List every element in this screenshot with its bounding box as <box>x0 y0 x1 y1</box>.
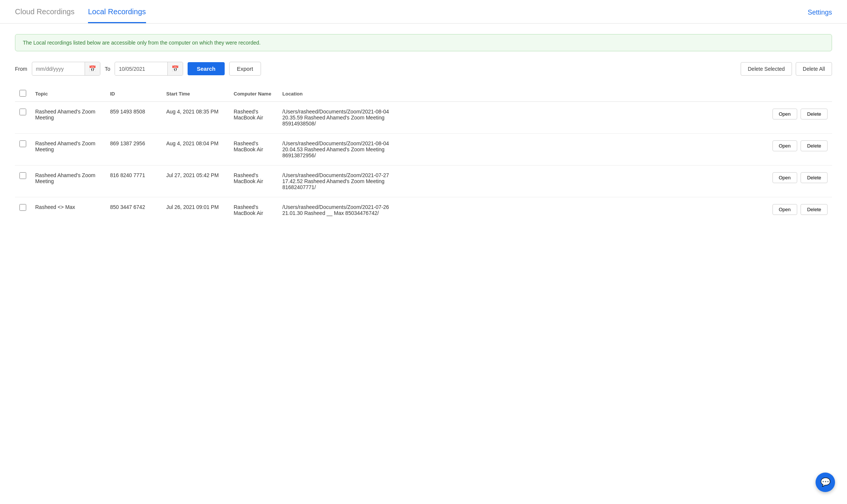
row-actions-3: Open Delete <box>405 197 832 223</box>
col-header-id: ID <box>106 86 162 102</box>
delete-button-0[interactable]: Delete <box>801 109 828 119</box>
table-row: Rasheed Ahamed's Zoom Meeting 816 8240 7… <box>15 166 832 197</box>
table-row: Rasheed Ahamed's Zoom Meeting 869 1387 2… <box>15 134 832 166</box>
col-header-topic: Topic <box>31 86 106 102</box>
row-actions-0: Open Delete <box>405 102 832 134</box>
tabs-bar: Cloud Recordings Local Recordings Settin… <box>0 0 847 24</box>
col-header-checkbox <box>15 86 31 102</box>
delete-button-2[interactable]: Delete <box>801 172 828 183</box>
col-header-start-time: Start Time <box>162 86 229 102</box>
row-checkbox-3[interactable] <box>19 204 26 211</box>
row-computer-0: Rasheed's MacBook Air <box>229 102 278 134</box>
row-starttime-1: Aug 4, 2021 08:04 PM <box>162 134 229 166</box>
row-location-1: /Users/rasheed/Documents/Zoom/2021-08-04… <box>278 134 405 166</box>
delete-all-button[interactable]: Delete All <box>796 62 832 76</box>
filter-right-actions: Delete Selected Delete All <box>741 62 832 76</box>
row-location-3: /Users/rasheed/Documents/Zoom/2021-07-26… <box>278 197 405 223</box>
open-button-1[interactable]: Open <box>772 140 797 151</box>
from-date-wrap: 📅 <box>32 62 100 76</box>
content-area: The Local recordings listed below are ac… <box>0 24 847 233</box>
tabs-left: Cloud Recordings Local Recordings <box>15 7 146 23</box>
row-location-0: /Users/rasheed/Documents/Zoom/2021-08-04… <box>278 102 405 134</box>
open-button-2[interactable]: Open <box>772 172 797 183</box>
info-banner: The Local recordings listed below are ac… <box>15 34 832 51</box>
row-id-0: 859 1493 8508 <box>106 102 162 134</box>
delete-button-1[interactable]: Delete <box>801 140 828 151</box>
row-checkbox-cell <box>15 102 31 134</box>
row-computer-1: Rasheed's MacBook Air <box>229 134 278 166</box>
table-row: Rasheed <> Max 850 3447 6742 Jul 26, 202… <box>15 197 832 223</box>
row-actions-1: Open Delete <box>405 134 832 166</box>
row-topic-1: Rasheed Ahamed's Zoom Meeting <box>31 134 106 166</box>
table-row: Rasheed Ahamed's Zoom Meeting 859 1493 8… <box>15 102 832 134</box>
row-id-2: 816 8240 7771 <box>106 166 162 197</box>
open-button-0[interactable]: Open <box>772 109 797 119</box>
row-starttime-3: Jul 26, 2021 09:01 PM <box>162 197 229 223</box>
row-topic-0: Rasheed Ahamed's Zoom Meeting <box>31 102 106 134</box>
col-header-computer: Computer Name <box>229 86 278 102</box>
delete-selected-button[interactable]: Delete Selected <box>741 62 792 76</box>
row-starttime-2: Jul 27, 2021 05:42 PM <box>162 166 229 197</box>
tab-local-recordings[interactable]: Local Recordings <box>88 7 146 23</box>
to-date-wrap: 📅 <box>115 62 183 76</box>
row-checkbox-cell <box>15 166 31 197</box>
select-all-checkbox[interactable] <box>19 90 26 97</box>
export-button[interactable]: Export <box>229 62 261 76</box>
col-header-location: Location <box>278 86 405 102</box>
row-checkbox-2[interactable] <box>19 172 26 179</box>
settings-link[interactable]: Settings <box>808 9 832 22</box>
filter-row: From 📅 To 📅 Search Export Delete Selecte… <box>15 62 832 76</box>
row-computer-2: Rasheed's MacBook Air <box>229 166 278 197</box>
row-topic-2: Rasheed Ahamed's Zoom Meeting <box>31 166 106 197</box>
row-computer-3: Rasheed's MacBook Air <box>229 197 278 223</box>
row-actions-2: Open Delete <box>405 166 832 197</box>
to-date-input[interactable] <box>115 63 167 75</box>
to-calendar-icon[interactable]: 📅 <box>167 62 183 75</box>
row-id-3: 850 3447 6742 <box>106 197 162 223</box>
row-id-1: 869 1387 2956 <box>106 134 162 166</box>
chat-icon: 💬 <box>820 477 831 487</box>
recordings-table: Topic ID Start Time Computer Name Locati… <box>15 86 832 223</box>
tab-cloud-recordings[interactable]: Cloud Recordings <box>15 7 75 23</box>
row-location-2: /Users/rasheed/Documents/Zoom/2021-07-27… <box>278 166 405 197</box>
table-body: Rasheed Ahamed's Zoom Meeting 859 1493 8… <box>15 102 832 223</box>
from-date-input[interactable] <box>32 63 85 75</box>
to-label: To <box>105 66 110 72</box>
row-checkbox-cell <box>15 197 31 223</box>
row-topic-3: Rasheed <> Max <box>31 197 106 223</box>
search-button[interactable]: Search <box>188 62 224 75</box>
from-label: From <box>15 66 27 72</box>
col-header-actions <box>405 86 832 102</box>
row-starttime-0: Aug 4, 2021 08:35 PM <box>162 102 229 134</box>
row-checkbox-cell <box>15 134 31 166</box>
chat-bubble-button[interactable]: 💬 <box>816 473 835 492</box>
row-checkbox-0[interactable] <box>19 109 26 115</box>
row-checkbox-1[interactable] <box>19 140 26 147</box>
page-container: Cloud Recordings Local Recordings Settin… <box>0 0 847 504</box>
table-header-row: Topic ID Start Time Computer Name Locati… <box>15 86 832 102</box>
open-button-3[interactable]: Open <box>772 204 797 215</box>
from-calendar-icon[interactable]: 📅 <box>85 62 100 75</box>
delete-button-3[interactable]: Delete <box>801 204 828 215</box>
